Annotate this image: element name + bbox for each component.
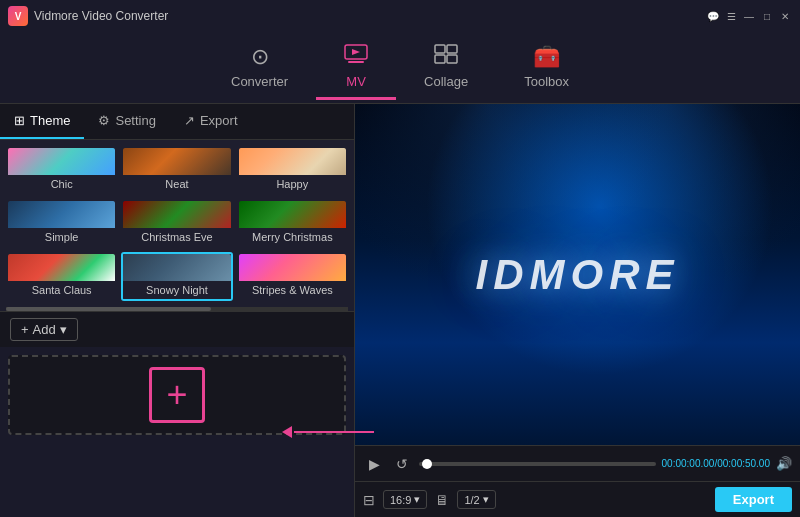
theme-thumb-snowy-night [123, 254, 230, 281]
bottom-row: + [0, 347, 354, 518]
theme-grid: ChicNeatHappySimpleChristmas EveMerry Ch… [0, 140, 354, 307]
tab-theme[interactable]: ⊞ Theme [0, 104, 84, 139]
progress-dot [422, 459, 432, 469]
theme-label-simple: Simple [8, 228, 115, 246]
aspect-ratio-icon: ⊟ [363, 492, 375, 508]
ratio-selector[interactable]: 16:9 ▾ [383, 490, 427, 509]
theme-card-happy[interactable]: Happy [237, 146, 348, 195]
app-title: Vidmore Video Converter [34, 9, 168, 23]
screen-icon: 🖥 [435, 492, 449, 508]
nav-item-collage[interactable]: Collage [396, 36, 496, 100]
preview-background: IDMORE [355, 104, 800, 445]
theme-thumb-stripes-waves [239, 254, 346, 281]
left-panel: ⊞ Theme ⚙ Setting ↗ Export ChicNeatHappy… [0, 104, 355, 517]
theme-card-santa-claus[interactable]: Santa Claus [6, 252, 117, 301]
tab-export[interactable]: ↗ Export [170, 104, 252, 139]
nav-label-mv: MV [346, 74, 366, 89]
theme-label-neat: Neat [123, 175, 230, 193]
player-controls: ▶ ↺ 00:00:00.00/00:00:50.00 🔊 [355, 445, 800, 481]
add-dropdown-icon: ▾ [60, 322, 67, 337]
export-tab-icon: ↗ [184, 113, 195, 128]
ratio-dropdown-icon: ▾ [414, 493, 420, 506]
volume-icon[interactable]: 🔊 [776, 456, 792, 471]
preview-watermark: IDMORE [476, 251, 680, 299]
arrow-indicator [282, 426, 374, 438]
title-bar-left: V Vidmore Video Converter [8, 6, 168, 26]
arrow-head [282, 426, 292, 438]
panel-tabs: ⊞ Theme ⚙ Setting ↗ Export [0, 104, 354, 140]
progress-bar[interactable] [419, 462, 656, 466]
app-icon: V [8, 6, 28, 26]
right-panel: IDMORE ▶ ↺ 00:00:00.00/00:00:50.00 🔊 ⊟ 1… [355, 104, 800, 517]
svg-rect-2 [435, 45, 445, 53]
tab-export-label: Export [200, 113, 238, 128]
theme-thumb-christmas-eve [123, 201, 230, 228]
theme-card-christmas-eve[interactable]: Christmas Eve [121, 199, 232, 248]
theme-thumb-neat [123, 148, 230, 175]
svg-rect-4 [435, 55, 445, 63]
theme-thumb-merry-christmas [239, 201, 346, 228]
bottom-bar: ⊟ 16:9 ▾ 🖥 1/2 ▾ Export [355, 481, 800, 517]
export-button[interactable]: Export [715, 487, 792, 512]
theme-label-santa-claus: Santa Claus [8, 281, 115, 299]
ratio-value: 16:9 [390, 494, 411, 506]
nav-label-toolbox: Toolbox [524, 74, 569, 89]
setting-tab-icon: ⚙ [98, 113, 110, 128]
theme-label-stripes-waves: Stripes & Waves [239, 281, 346, 299]
screen-value: 1/2 [464, 494, 479, 506]
stop-button[interactable]: ↺ [391, 453, 413, 475]
nav-item-toolbox[interactable]: 🧰 Toolbox [496, 36, 597, 100]
title-bar-controls: 💬 ☰ — □ ✕ [706, 9, 792, 23]
collage-icon [434, 44, 458, 70]
theme-thumb-simple [8, 201, 115, 228]
time-display: 00:00:00.00/00:00:50.00 [662, 458, 770, 469]
menu-button[interactable]: ☰ [724, 9, 738, 23]
nav-label-converter: Converter [231, 74, 288, 89]
theme-card-stripes-waves[interactable]: Stripes & Waves [237, 252, 348, 301]
theme-card-snowy-night[interactable]: Snowy Night [121, 252, 232, 301]
theme-thumb-santa-claus [8, 254, 115, 281]
nav-item-converter[interactable]: ⊙ Converter [203, 36, 316, 100]
nav-label-collage: Collage [424, 74, 468, 89]
mv-icon [344, 44, 368, 70]
screen-dropdown-icon: ▾ [483, 493, 489, 506]
toolbox-icon: 🧰 [533, 44, 560, 70]
add-media-button[interactable]: + [149, 367, 205, 423]
theme-thumb-chic [8, 148, 115, 175]
tab-setting[interactable]: ⚙ Setting [84, 104, 169, 139]
theme-card-simple[interactable]: Simple [6, 199, 117, 248]
arrow-line [294, 431, 374, 433]
theme-label-chic: Chic [8, 175, 115, 193]
theme-thumb-happy [239, 148, 346, 175]
svg-rect-1 [348, 61, 364, 63]
svg-rect-5 [447, 55, 457, 63]
add-icon: + [21, 322, 29, 337]
main-content: ⊞ Theme ⚙ Setting ↗ Export ChicNeatHappy… [0, 104, 800, 517]
theme-label-snowy-night: Snowy Night [123, 281, 230, 299]
theme-label-merry-christmas: Merry Christmas [239, 228, 346, 246]
add-label: Add [33, 322, 56, 337]
svg-rect-3 [447, 45, 457, 53]
chat-button[interactable]: 💬 [706, 9, 720, 23]
nav-item-mv[interactable]: MV [316, 36, 396, 100]
add-bar: + Add ▾ [0, 311, 354, 347]
close-button[interactable]: ✕ [778, 9, 792, 23]
tab-theme-label: Theme [30, 113, 70, 128]
add-button[interactable]: + Add ▾ [10, 318, 78, 341]
theme-card-merry-christmas[interactable]: Merry Christmas [237, 199, 348, 248]
theme-label-happy: Happy [239, 175, 346, 193]
add-media-icon: + [166, 374, 187, 416]
preview-area: IDMORE [355, 104, 800, 445]
theme-tab-icon: ⊞ [14, 113, 25, 128]
theme-label-christmas-eve: Christmas Eve [123, 228, 230, 246]
media-add-area[interactable]: + [8, 355, 346, 435]
minimize-button[interactable]: — [742, 9, 756, 23]
converter-icon: ⊙ [251, 44, 269, 70]
screen-selector[interactable]: 1/2 ▾ [457, 490, 495, 509]
play-button[interactable]: ▶ [363, 453, 385, 475]
theme-card-chic[interactable]: Chic [6, 146, 117, 195]
maximize-button[interactable]: □ [760, 9, 774, 23]
nav-bar: ⊙ Converter MV Collage 🧰 Toolbox [0, 32, 800, 104]
theme-card-neat[interactable]: Neat [121, 146, 232, 195]
title-bar: V Vidmore Video Converter 💬 ☰ — □ ✕ [0, 0, 800, 32]
